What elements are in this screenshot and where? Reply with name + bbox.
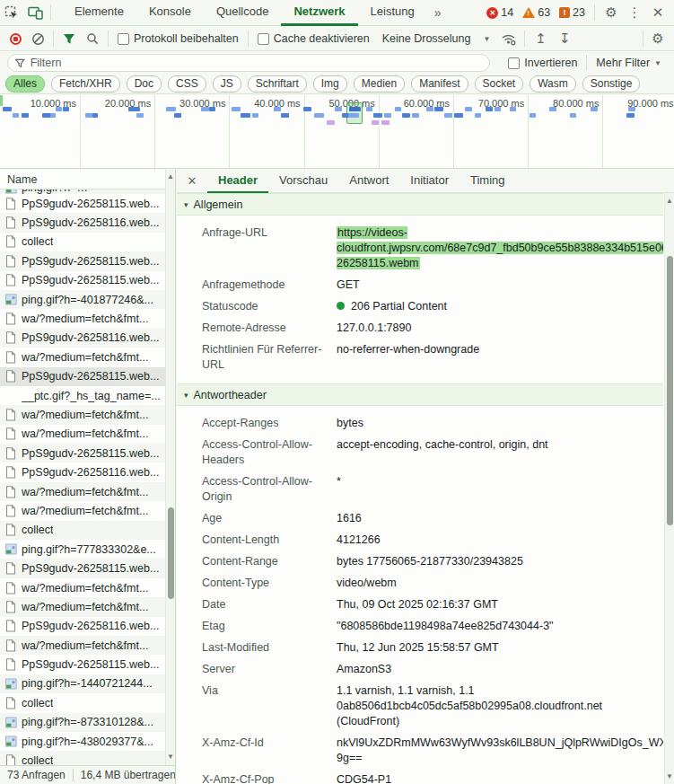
value-text: AmazonS3 [337,663,391,675]
request-row[interactable]: PpS9gudv-26258115.web... [0,559,165,577]
more-tabs-chevron[interactable]: » [427,5,449,20]
request-row[interactable]: PpS9gudv-26258116.web... [0,329,165,348]
settings-gear-icon[interactable]: ⚙ [600,2,622,23]
close-devtools-icon[interactable]: ✕ [647,2,669,23]
request-row[interactable]: wa/?medium=fetch&fmt... [0,501,165,520]
request-row[interactable]: __ptc.gif?_hs_tag_name=... [0,386,165,405]
request-name: PpS9gudv-26258115.web... [22,255,159,268]
issues-badge[interactable]: ! 23 [556,6,589,19]
record-network-log-button[interactable] [10,33,22,45]
request-row[interactable]: PpS9gudv-26258115.web... [0,251,165,270]
import-har-icon[interactable]: ↥ [535,31,547,47]
scrollbar-thumb[interactable] [667,256,673,525]
request-row[interactable]: wa/?medium=fetch&fmt... [0,348,165,366]
tab-konsole[interactable]: Konsole [136,0,204,26]
filter-chip-img[interactable]: Img [313,75,347,92]
filter-funnel-icon[interactable] [57,27,81,50]
filter-chip-doc[interactable]: Doc [127,75,162,92]
network-conditions-icon[interactable] [497,27,521,50]
request-row[interactable]: PpS9gudv-26258115.web... [0,444,165,462]
request-row[interactable]: PpS9gudv-26258115.web... [0,271,165,290]
error-badge[interactable]: ✕ 14 [483,6,517,19]
clear-network-log-icon[interactable] [26,27,49,50]
detail-tab-header[interactable]: Header [207,170,268,193]
scrollbar-thumb[interactable] [168,507,174,599]
detail-tab-vorschau[interactable]: Vorschau [268,170,338,193]
network-summary-bar: 73 Anfragen 16,4 MB übertragen [0,765,175,784]
scroll-down-icon[interactable]: ▼ [166,753,175,761]
request-row[interactable]: collect [0,233,165,251]
tab-quellcode[interactable]: Quellcode [204,0,282,26]
network-settings-gear-icon[interactable]: ⚙ [647,28,669,49]
filter-chip-manifest[interactable]: Manifest [411,75,468,92]
filter-chip-sonstige[interactable]: Sonstige [582,75,641,92]
request-row[interactable]: wa/?medium=fetch&fmt... [0,636,165,655]
disable-cache-checkbox[interactable]: Cache deaktivieren [258,32,370,45]
request-row[interactable]: ping.gif?h=-438029377&... [0,732,165,751]
request-row[interactable]: collect [0,751,165,765]
kebab-menu-icon[interactable]: ⋮ [624,2,645,23]
filter-input-container[interactable] [7,54,490,72]
request-row[interactable]: wa/?medium=fetch&fmt... [0,309,165,328]
request-row[interactable]: wa/?medium=fetch&fmt... [0,597,165,616]
filter-chip-js[interactable]: JS [213,75,241,92]
filter-input[interactable] [31,57,482,69]
request-row[interactable]: PpS9gudv-26258115.web... [0,367,165,386]
filter-chip-css[interactable]: CSS [168,75,206,92]
request-row[interactable]: PpS9gudv-26258116.web... [0,213,165,232]
tab-elemente[interactable]: Elemente [62,0,136,26]
filter-chip-alles[interactable]: Alles [5,75,45,92]
request-row[interactable]: collect [0,693,165,712]
section-header-antwortheader[interactable]: ▾Antwortheader [177,383,663,406]
scroll-up-icon[interactable]: ▲ [166,172,175,181]
request-row[interactable]: ping.gif?h=-873310128&... [0,713,165,732]
value-text: 1616 [337,512,362,524]
device-toolbar-icon[interactable] [23,1,47,24]
network-overview-timeline[interactable]: 10.000 ms20.000 ms30.000 ms40.000 ms50.0… [0,95,674,169]
header-key: Richtlinien Für Referrer-URL [202,342,337,373]
request-row[interactable]: PpS9gudv-26258115.web... [0,655,165,674]
filter-chip-fetch-xhr[interactable]: Fetch/XHR [51,75,120,92]
request-row[interactable]: ping.gif?h=777833302&e... [0,540,165,559]
scroll-down-icon[interactable]: ▼ [665,772,674,780]
request-row[interactable]: wa/?medium=fetch&fmt... [0,578,165,597]
section-header-allgemein[interactable]: ▾Allgemein [177,193,663,216]
detail-tab-initiator[interactable]: Initiator [399,170,460,193]
request-row[interactable]: wa/?medium=fetch&fmt... [0,482,165,501]
detail-tab-timing[interactable]: Timing [460,170,516,193]
filter-chip-medien[interactable]: Medien [354,75,405,92]
request-row[interactable]: wa/?medium=fetch&fmt... [0,425,165,444]
overview-left-handle[interactable] [0,95,3,106]
name-column-label: Name [7,173,37,186]
filter-chip-schriftart[interactable]: Schriftart [248,75,307,92]
detail-tab-antwort[interactable]: Antwort [338,170,399,193]
timeline-tick-label: 80.000 ms [527,98,599,109]
devtools-window: ElementeKonsoleQuellcodeNetzwerkLeistung… [0,0,674,784]
request-row[interactable]: PpS9gudv-26258116.web... [0,462,165,481]
timeline-request-bar [63,107,69,111]
request-list-scrollbar[interactable]: ▲ ▼ [165,170,175,765]
request-row[interactable]: PpS9gudv-26258116.web... [0,617,165,636]
request-row[interactable]: PpS9gudv-26258115.web... [0,194,165,213]
details-scrollbar[interactable]: ▲ ▼ [664,193,674,784]
throttling-select[interactable]: Keine Drosselung ▼ [382,32,491,45]
preserve-log-checkbox[interactable]: Protokoll beibehalten [118,32,239,45]
filter-chip-wasm[interactable]: Wasm [530,75,576,92]
name-column-header[interactable]: Name [0,170,175,189]
invert-filter-checkbox[interactable]: Invertieren [508,57,577,69]
inspect-element-icon[interactable] [0,1,23,24]
timeline-request-bar [314,113,324,118]
search-icon[interactable] [81,27,104,50]
request-row[interactable]: ping.gif?h=-1440721244... [0,674,165,693]
tab-leistung[interactable]: Leistung [358,0,427,26]
export-har-icon[interactable]: ↧ [559,31,571,47]
request-row[interactable]: ping.gif?h=-401877246&... [0,290,165,309]
filter-chip-socket[interactable]: Socket [475,75,524,92]
tab-netzwerk[interactable]: Netzwerk [281,0,357,26]
request-row[interactable]: wa/?medium=fetch&fmt... [0,405,165,424]
scroll-up-icon[interactable]: ▲ [665,197,674,205]
close-details-icon[interactable]: ✕ [177,174,207,188]
warning-badge[interactable]: 63 [519,6,554,19]
more-filters-button[interactable]: Mehr Filter ▼ [596,57,661,69]
request-row[interactable]: collect [0,521,165,540]
